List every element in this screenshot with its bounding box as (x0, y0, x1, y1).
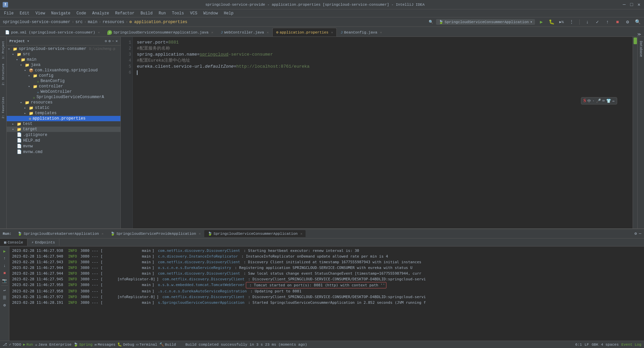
consumer-tab-close[interactable]: ✕ (300, 232, 302, 236)
tree-static[interactable]: ▸ 📁 static (7, 105, 120, 111)
tree-templates[interactable]: ▸ 📁 templates (7, 111, 120, 116)
tree-root[interactable]: ▾ 📁 springcloud-service-consumer D:\xinc… (7, 46, 120, 52)
menu-analyze[interactable]: Analyze (90, 10, 112, 16)
tree-controller[interactable]: ▾ 📁 controller (7, 84, 120, 89)
sidebar-favorites-icon[interactable]: 2: Favorites (1, 95, 6, 120)
git-push-button[interactable]: ↑ (604, 18, 611, 26)
stop-app-btn[interactable]: ■ (1, 270, 8, 277)
tree-mvnw[interactable]: ▸ 📄 mvnw (7, 143, 120, 149)
run-button[interactable]: ▶ (538, 18, 545, 26)
breadcrumb-main[interactable]: main (88, 20, 98, 24)
breadcrumb-file[interactable]: ⚙ application.properties (129, 19, 187, 24)
encoding[interactable]: GBK (592, 343, 598, 347)
spring-btn[interactable]: 🍃 Spring (73, 342, 93, 347)
database-icon[interactable]: Database (638, 40, 643, 58)
git-commit-button[interactable]: ✓ (594, 18, 601, 26)
eureka-tab-close[interactable]: ✕ (102, 232, 104, 236)
minimize-button[interactable]: ─ (622, 2, 627, 7)
menu-build[interactable]: Build (138, 10, 155, 16)
breadcrumb-resources[interactable]: resources (103, 20, 124, 24)
tree-main-app[interactable]: ▸ ☕ SpringcloudServiceConsummerA (7, 94, 120, 100)
menu-window[interactable]: Window (201, 10, 220, 16)
menu-edit[interactable]: Edit (17, 10, 32, 16)
stop-button[interactable]: ■ (614, 18, 621, 26)
tree-target[interactable]: ▾ 📁 target (7, 127, 120, 132)
scroll-down-btn[interactable]: ↓ (1, 263, 8, 269)
menu-file[interactable]: File (1, 10, 16, 16)
tree-application-properties[interactable]: ▸ ⚙ application.properties (7, 116, 120, 121)
sidebar-structure-icon[interactable]: 2: Structure (1, 62, 6, 87)
console-tab[interactable]: ▦ Console (0, 239, 28, 246)
cursor-position[interactable]: 6:1 (575, 343, 582, 347)
run-tab-provide[interactable]: 🍃 SpringcloudServiceProvideApplication ✕ (107, 230, 204, 237)
screenshot-btn[interactable]: 📷 (1, 277, 8, 284)
ime-emoji-icon[interactable]: ✏ (612, 98, 615, 103)
build-btn[interactable]: 🔨 Build (159, 342, 176, 347)
endpoints-tab[interactable]: ⚡ Endpoints (28, 239, 59, 246)
maximize-button[interactable]: □ (629, 2, 634, 7)
todo-btn[interactable]: ✓ TODO (9, 342, 21, 347)
tab-bean-close[interactable]: ✕ (380, 30, 382, 34)
indent-setting[interactable]: 4 spaces (601, 343, 619, 347)
menu-run[interactable]: Run (156, 10, 169, 16)
ime-keyboard-icon[interactable]: ⌨ (602, 98, 605, 103)
tree-webcontroller[interactable]: ▸ ☕ WebController (7, 89, 120, 94)
tree-package[interactable]: ▾ 📦 com.lixuanhong.springcloud (7, 68, 120, 73)
run-minimize-btn[interactable]: ─ (639, 231, 641, 236)
tab-props-close[interactable]: ✕ (331, 30, 333, 34)
tree-java[interactable]: ▾ 📁 java (7, 62, 120, 68)
tree-beanconfig[interactable]: ▸ ☕ BeanConfig (7, 78, 120, 84)
settings-button[interactable]: ⚙ (624, 18, 631, 26)
debug-btn[interactable]: 🐛 Debug (117, 342, 134, 347)
tree-gitignore[interactable]: ▸ 📄 .gitignore (7, 132, 120, 138)
tab-web-controller[interactable]: J WebController.java ✕ (217, 28, 272, 37)
breadcrumb-project[interactable]: springcloud-service-consumer (3, 20, 70, 24)
line-sep[interactable]: LF (585, 343, 589, 347)
event-log-btn[interactable]: Event Log (622, 343, 641, 347)
run-settings-btn[interactable]: ⚙ (635, 231, 637, 236)
tree-help-md[interactable]: ▸ 📄 HELP.md (7, 138, 120, 143)
tree-src[interactable]: ▾ 📁 src (7, 52, 120, 57)
settings-console-btn[interactable]: ⚙ (1, 302, 8, 308)
panel-gear-btn[interactable]: ⚙ (108, 39, 111, 43)
ime-skin-icon[interactable]: 👕 (606, 98, 611, 103)
run-status-btn[interactable]: ▶ Run (23, 342, 33, 347)
tab-main-close[interactable]: ✕ (211, 30, 213, 34)
editor-scrollbar[interactable] (633, 37, 637, 228)
search-everywhere-button[interactable]: 🔍 (634, 18, 641, 26)
menu-help[interactable]: Help (221, 10, 236, 16)
tab-main-app[interactable]: J SpringcloudServiceConsummerApplication… (104, 28, 217, 37)
java-enterprise-btn[interactable]: ☕ Java Enterprise (35, 342, 71, 347)
panel-sync-btn[interactable]: ⊙ (105, 39, 107, 43)
run-with-coverage-button[interactable]: ▶% (558, 18, 565, 26)
filter-btn[interactable]: ☰ (1, 294, 8, 301)
tab-bean-config[interactable]: J BeanConfig.java ✕ (337, 28, 386, 37)
panel-expand-btn[interactable]: – (112, 39, 114, 43)
close-button[interactable]: ✕ (637, 2, 641, 7)
panel-close-btn[interactable]: ✕ (115, 39, 118, 43)
menu-vcs[interactable]: VCS (187, 10, 200, 16)
run-config-selector[interactable]: 🍃 SpringcloudServiceConsummerApplication… (436, 19, 535, 25)
tabs-more-button[interactable]: ≫ (637, 32, 641, 37)
provide-tab-close[interactable]: ✕ (199, 232, 201, 236)
code-editor[interactable]: server.port=8881 #配置服务的名称 spring.applica… (133, 37, 637, 228)
more-run-options-button[interactable]: ⋮ (568, 18, 575, 26)
wrap-btn[interactable]: ↩ (1, 287, 8, 294)
run-again-btn[interactable]: ▶ (1, 248, 8, 255)
tree-config[interactable]: ▾ 📁 config (7, 73, 120, 78)
scroll-up-btn[interactable]: ↑ (1, 255, 8, 262)
menu-view[interactable]: View (33, 10, 48, 16)
run-tab-eureka[interactable]: 🍃 SpringcloudEurekaServerApplication ✕ (14, 230, 107, 237)
menu-tools[interactable]: Tools (169, 10, 187, 16)
tree-resources[interactable]: ▾ 📁 resources (7, 100, 120, 105)
menu-refactor[interactable]: Refactor (112, 10, 137, 16)
menu-code[interactable]: Code (74, 10, 89, 16)
tab-web-close[interactable]: ✕ (267, 30, 269, 34)
terminal-btn[interactable]: ▭ Terminal (136, 342, 157, 347)
tab-pom-close[interactable]: ✕ (98, 30, 100, 34)
tree-test[interactable]: ▸ 📁 test (7, 121, 120, 127)
run-tab-consumer[interactable]: 🍃 SpringcloudServiceConsummerApplication… (204, 230, 306, 237)
debug-button[interactable]: 🐛 (548, 18, 555, 26)
console-output[interactable]: 2023-02-28 11:46:27.938 INFO 3080 --- [ … (9, 247, 644, 341)
menu-navigate[interactable]: Navigate (48, 10, 73, 16)
